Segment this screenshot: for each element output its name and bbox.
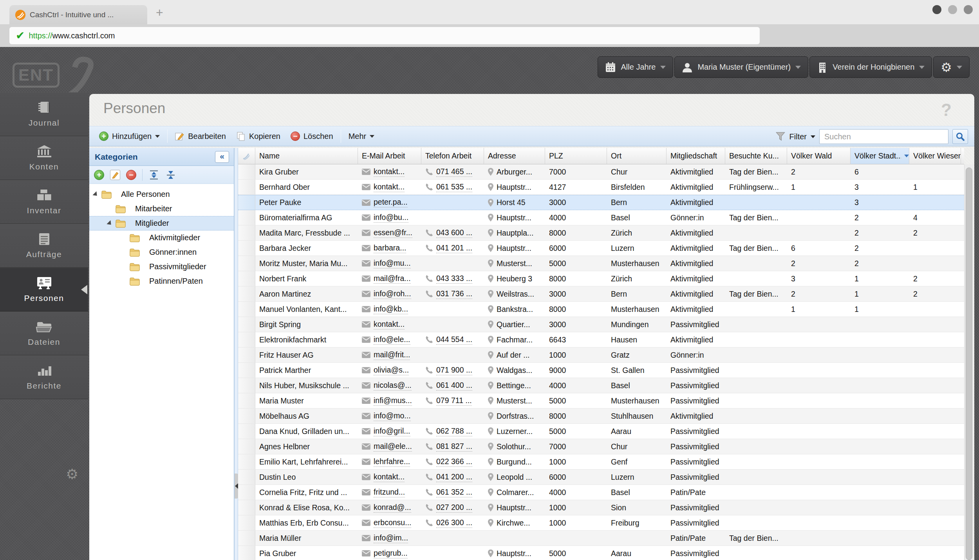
sidebar-item-konten[interactable]: Konten <box>0 136 88 180</box>
address-bar[interactable]: ✔ https://www.cashctrl.com <box>9 27 760 44</box>
phone-link[interactable]: 044 554 ... <box>436 335 472 345</box>
phone-link[interactable]: 071 465 ... <box>436 167 472 177</box>
tree-node[interactable]: Alle Personen <box>89 187 234 202</box>
browser-tab[interactable]: CashCtrl - Intuitive und ... <box>9 5 147 24</box>
email-link[interactable]: fritzund... <box>374 488 405 497</box>
sidebar-item-journal[interactable]: Journal <box>0 92 88 136</box>
email-link[interactable]: info@im... <box>374 533 408 543</box>
table-row[interactable]: Barbara Jeckerbarbara...041 201 ...Haupt… <box>238 241 964 256</box>
email-link[interactable]: olivia@s... <box>374 366 409 375</box>
column-header-attachment[interactable] <box>238 148 255 164</box>
phone-link[interactable]: 062 788 ... <box>436 427 472 436</box>
email-link[interactable]: nicolas@... <box>374 381 412 391</box>
table-row[interactable]: Birgit Springkontakt...Quartier...3000Mu… <box>238 317 964 332</box>
email-link[interactable]: info@roh... <box>374 289 411 299</box>
column-header-phone[interactable]: Telefon Arbeit <box>421 148 484 164</box>
phone-link[interactable]: 043 333 ... <box>436 274 472 284</box>
phone-link[interactable]: 061 400 ... <box>436 381 472 391</box>
tree-node[interactable]: Patinnen/Paten <box>89 274 234 288</box>
sidebar-item-inventar[interactable]: Inventar <box>0 180 88 224</box>
window-control-icon[interactable] <box>964 5 973 14</box>
phone-link[interactable]: 027 200 ... <box>436 503 472 513</box>
settings-menu-button[interactable]: ⚙ <box>933 56 970 78</box>
table-row[interactable]: Norbert Frankmail@fra...043 333 ...Heube… <box>238 271 964 286</box>
edit-button[interactable]: Bearbeiten <box>170 128 231 144</box>
email-link[interactable]: info@kb... <box>374 304 408 314</box>
table-row[interactable]: Matthias Erb, Erb Consu...erbconsu...026… <box>238 515 964 531</box>
column-header-besuchte-kurse[interactable]: Besuchte Ku... <box>725 148 787 164</box>
table-row[interactable]: Madita Marc, Fressbude ...essen@fr...043… <box>238 225 964 241</box>
organization-menu-button[interactable]: Verein der Honigbienen <box>809 56 932 78</box>
phone-link[interactable]: 022 366 ... <box>436 457 472 467</box>
tree-node[interactable]: Passivmitglieder <box>89 259 234 274</box>
email-link[interactable]: petigrub... <box>374 549 408 558</box>
table-row[interactable]: Agnes Helbnermail@ele...081 827 ...Solot… <box>238 439 964 454</box>
column-header-mitgliedschaft[interactable]: Mitgliedschaft <box>667 148 725 164</box>
phone-link[interactable]: 043 600 ... <box>436 228 472 238</box>
email-link[interactable]: kontakt... <box>374 167 405 177</box>
vertical-scrollbar[interactable] <box>964 164 974 560</box>
column-header-adresse[interactable]: Adresse <box>484 148 545 164</box>
email-link[interactable]: info@gril... <box>374 427 410 436</box>
column-header-email[interactable]: E-Mail Arbeit <box>358 148 421 164</box>
email-link[interactable]: barbara... <box>374 243 406 253</box>
table-row[interactable]: Emilio Kart, Lehrfahrerei...lehrfahre...… <box>238 454 964 470</box>
column-header-ort[interactable]: Ort <box>607 148 667 164</box>
email-link[interactable]: info@ele... <box>374 335 410 345</box>
search-button[interactable] <box>952 129 968 144</box>
phone-link[interactable]: 061 352 ... <box>436 488 472 497</box>
column-header-name[interactable]: Name <box>255 148 358 164</box>
phone-link[interactable]: 081 827 ... <box>436 442 472 452</box>
table-row[interactable]: Manuel Vonlanten, Kant...info@kb...Banks… <box>238 302 964 317</box>
table-row[interactable]: Elektronikfachmarktinfo@ele...044 554 ..… <box>238 332 964 348</box>
collapse-panel-button[interactable]: « <box>215 151 229 163</box>
email-link[interactable]: lehrfahre... <box>374 457 410 467</box>
expander-icon[interactable] <box>92 191 99 197</box>
window-control-icon[interactable] <box>932 5 941 14</box>
table-row[interactable]: Cornelia Fritz, Fritz und ...fritzund...… <box>238 485 964 500</box>
panel-splitter[interactable] <box>234 148 238 560</box>
email-link[interactable]: essen@fr... <box>374 228 412 238</box>
column-header-voelker-wiesen[interactable]: Völker Wiesen <box>909 148 961 164</box>
email-link[interactable]: mail@ele... <box>374 442 412 452</box>
table-row[interactable]: Moritz Muster, Maria Mu...info@mu...Must… <box>238 256 964 271</box>
copy-button[interactable]: Kopieren <box>231 128 285 144</box>
delete-button[interactable]: − Löschen <box>285 128 338 144</box>
column-header-voelker-stadt[interactable]: Völker Stadt... <box>851 148 909 164</box>
table-row[interactable]: Konrad & Elise Rosa, Ko...konrad@...027 … <box>238 500 964 515</box>
email-link[interactable]: mail@frit... <box>374 350 410 360</box>
table-row[interactable]: Aaron Martinezinfo@roh...031 736 ...Weil… <box>238 286 964 302</box>
sidebar-item-dateien[interactable]: Dateien <box>0 312 88 355</box>
tree-node[interactable]: Gönner:innen <box>89 245 234 259</box>
email-link[interactable]: info@mu... <box>374 259 411 268</box>
table-row[interactable]: Nils Huber, Musikschule ...nicolas@...06… <box>238 378 964 393</box>
table-row[interactable]: Dana Knud, Grilladen un...info@gril...06… <box>238 424 964 439</box>
email-link[interactable]: kontakt... <box>374 182 405 192</box>
sidebar-item-berichte[interactable]: Berichte <box>0 355 88 399</box>
table-row[interactable]: Pia Gruberpetigrub...Hauptstr...5000Aara… <box>238 546 964 560</box>
table-row[interactable]: Maria Musterinfi@mus...079 711 ...Muster… <box>238 393 964 409</box>
fiscal-year-button[interactable]: Alle Jahre <box>598 56 673 78</box>
sidebar-item-personen[interactable]: Personen <box>0 268 88 312</box>
phone-link[interactable]: 041 200 ... <box>436 472 472 482</box>
add-button[interactable]: + Hinzufügen <box>94 128 165 144</box>
email-link[interactable]: kontakt... <box>374 472 405 482</box>
user-menu-button[interactable]: Maria Muster (Eigentümer) <box>674 56 808 78</box>
delete-category-button[interactable]: − <box>126 170 136 180</box>
email-link[interactable]: erbconsu... <box>374 518 411 528</box>
sidebar-gear-icon[interactable]: ⚙ <box>66 466 78 483</box>
table-row[interactable]: Bernhard Oberkontakt...061 535 ...Haupts… <box>238 180 964 195</box>
table-row[interactable]: Kira Gruberkontakt...071 465 ...Arburger… <box>238 164 964 180</box>
phone-link[interactable]: 071 900 ... <box>436 366 472 375</box>
sidebar-item-auftraege[interactable]: Aufträge <box>0 224 88 268</box>
tree-node[interactable]: Mitarbeiter <box>89 202 234 216</box>
email-link[interactable]: kontakt... <box>374 320 405 330</box>
column-header-plz[interactable]: PLZ <box>545 148 607 164</box>
column-header-voelker-wald[interactable]: Völker Wald <box>787 148 851 164</box>
table-row[interactable]: Möbelhaus AGinfo@mo...Dorfstras...8000St… <box>238 409 964 424</box>
email-link[interactable]: info@bu... <box>374 213 408 223</box>
email-link[interactable]: info@mo... <box>374 411 411 421</box>
table-row[interactable]: Büromaterialfirma AGinfo@bu...Hauptstr..… <box>238 210 964 225</box>
table-row[interactable]: Dustin Leokontakt...041 200 ...Leopold .… <box>238 470 964 485</box>
tree-node[interactable]: Aktivmitglieder <box>89 230 234 245</box>
